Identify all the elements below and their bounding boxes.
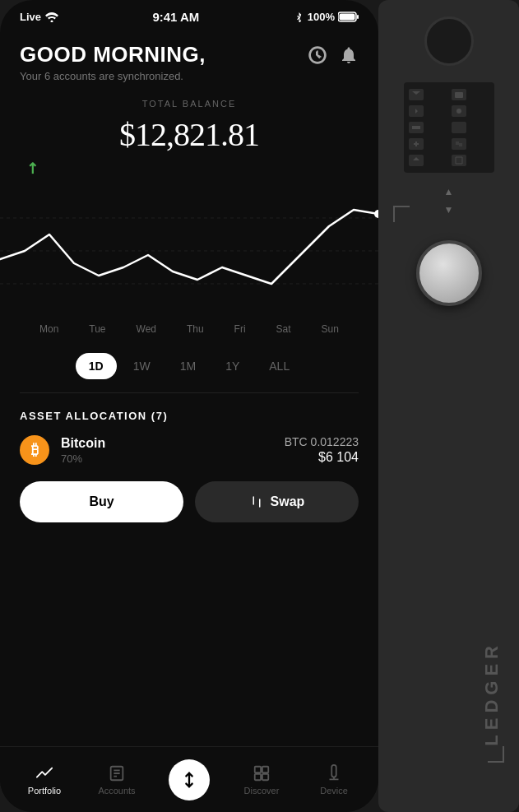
nav-device[interactable]: Device (298, 764, 370, 796)
device-nav-label: Device (320, 786, 348, 796)
nav-portfolio[interactable]: Portfolio (8, 764, 81, 796)
accounts-nav-icon (108, 764, 126, 782)
day-sat: Sat (276, 323, 291, 335)
device-main-button[interactable] (416, 240, 482, 306)
device-screen (404, 82, 494, 173)
swap-button[interactable]: Swap (195, 481, 359, 522)
device-pixel-2 (452, 89, 466, 100)
swap-icon (249, 494, 264, 509)
device-pixel-8 (452, 138, 466, 150)
device-corner-br (488, 746, 504, 763)
status-time: 9:41 AM (152, 10, 199, 24)
chart-svg (0, 185, 378, 317)
discover-nav-icon (253, 764, 271, 782)
device-nav-arrows: ▲ ▼ (444, 186, 454, 216)
day-wed: Wed (137, 323, 156, 335)
device-down-arrow: ▼ (444, 204, 454, 216)
device-pixel-7 (409, 138, 424, 150)
balance-amount: $12,821.81 (20, 115, 359, 154)
asset-allocation-title: ASSET ALLOCATION (7) (20, 410, 359, 422)
bitcoin-crypto-amount: BTC 0.012223 (285, 435, 359, 448)
filter-all[interactable]: ALL (256, 353, 303, 379)
chart-day-labels: Mon Tue Wed Thu Fri Sat Sun (20, 317, 359, 341)
header-icons (308, 42, 359, 65)
device-pixel-10 (452, 155, 466, 166)
bitcoin-usd-amount: $6 104 (285, 450, 359, 465)
bitcoin-icon: ₿ (20, 435, 49, 465)
bell-icon[interactable] (339, 45, 359, 65)
asset-bitcoin[interactable]: ₿ Bitcoin 70% BTC 0.012223 $6 104 (20, 435, 359, 465)
asset-bitcoin-info: Bitcoin 70% (61, 436, 285, 465)
bitcoin-percentage: 70% (61, 452, 285, 465)
price-chart (0, 185, 378, 317)
filter-1y[interactable]: 1Y (212, 353, 253, 379)
device-pixel-5 (409, 122, 424, 133)
phone-frame: Live 9:41 AM 100% GOOD MORNING, (0, 0, 378, 812)
device-pixel-3 (409, 105, 424, 117)
device-up-arrow: ▲ (444, 186, 454, 197)
nav-discover[interactable]: Discover (225, 764, 298, 796)
bottom-nav: Portfolio Accounts (0, 746, 378, 812)
carrier-label: Live (20, 11, 41, 23)
status-bar: Live 9:41 AM 100% (0, 0, 378, 29)
time-filter-group: 1D 1W 1M 1Y ALL (20, 353, 359, 379)
transfer-icon (180, 771, 198, 789)
filter-1m[interactable]: 1M (167, 353, 209, 379)
device-top-button (424, 16, 474, 66)
filter-1d[interactable]: 1D (76, 353, 117, 379)
filter-1w[interactable]: 1W (120, 353, 164, 379)
balance-section: TOTAL BALANCE $12,821.81 ↗ (20, 99, 359, 177)
battery-icon (338, 12, 359, 22)
nav-transfer-center[interactable] (153, 759, 225, 800)
bluetooth-icon (294, 12, 304, 22)
header-section: GOOD MORNING, Your 6 accounts are synchr… (20, 42, 359, 82)
day-mon: Mon (39, 323, 58, 335)
greeting-title: GOOD MORNING, (20, 42, 206, 67)
bitcoin-name: Bitcoin (61, 436, 285, 451)
day-fri: Fri (234, 323, 246, 335)
svg-rect-18 (331, 764, 336, 777)
section-divider (20, 392, 359, 393)
device-pixel-4 (452, 105, 466, 117)
day-sun: Sun (322, 323, 339, 335)
action-buttons: Buy Swap (20, 481, 359, 522)
day-thu: Thu (187, 323, 204, 335)
swap-label: Swap (271, 494, 305, 509)
svg-rect-14 (255, 766, 261, 772)
device-pixel-9 (409, 155, 424, 166)
svg-rect-17 (262, 773, 268, 779)
wifi-icon (45, 12, 58, 22)
svg-rect-15 (262, 766, 268, 772)
svg-point-20 (456, 109, 461, 114)
day-tue: Tue (89, 323, 105, 335)
asset-bitcoin-value: BTC 0.012223 $6 104 (285, 435, 359, 465)
main-content: GOOD MORNING, Your 6 accounts are synchr… (0, 29, 378, 742)
buy-button[interactable]: Buy (20, 481, 183, 522)
device-pixel-1 (409, 89, 424, 100)
svg-point-0 (51, 20, 53, 22)
device-pixel-6 (452, 122, 466, 133)
greeting-block: GOOD MORNING, Your 6 accounts are synchr… (20, 42, 206, 82)
portfolio-nav-icon (35, 764, 53, 782)
portfolio-icon[interactable] (308, 45, 327, 65)
discover-nav-label: Discover (244, 786, 280, 796)
greeting-subtitle: Your 6 accounts are synchronized. (20, 70, 206, 82)
svg-rect-3 (339, 14, 354, 21)
svg-rect-2 (357, 15, 359, 19)
battery-label: 100% (308, 11, 335, 23)
status-right: 100% (294, 11, 359, 23)
status-left: Live (20, 11, 58, 23)
balance-label: TOTAL BALANCE (20, 99, 359, 109)
balance-trend-arrow: ↗ (21, 157, 43, 179)
device-corner-tl (393, 206, 410, 222)
portfolio-nav-label: Portfolio (28, 786, 61, 796)
accounts-nav-label: Accounts (98, 786, 135, 796)
nav-accounts[interactable]: Accounts (81, 764, 153, 796)
svg-rect-19 (455, 92, 463, 98)
device-brand-label: LEDGER (481, 641, 503, 746)
ledger-device: ▲ ▼ LEDGER (378, 0, 519, 812)
svg-rect-16 (255, 773, 261, 779)
device-nav-icon (325, 764, 343, 782)
transfer-center-button[interactable] (169, 759, 210, 800)
